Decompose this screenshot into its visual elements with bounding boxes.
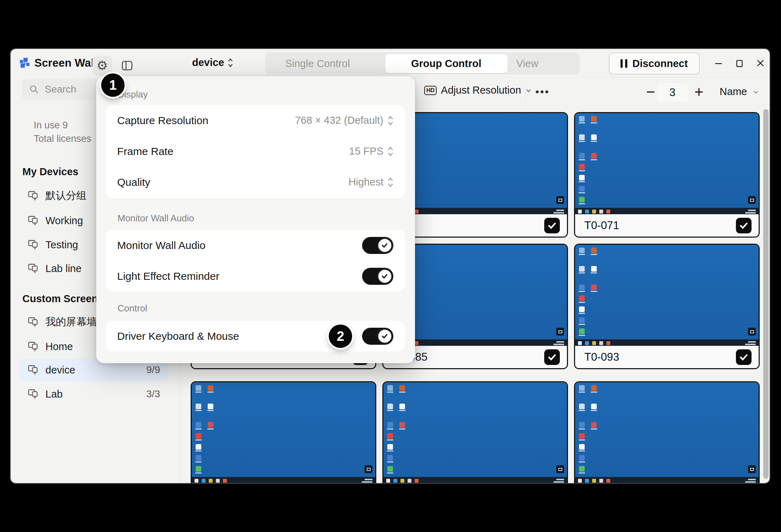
control-section-title: Control — [118, 303, 147, 314]
desktop-icon — [591, 404, 597, 409]
desktop-icon — [579, 175, 585, 181]
device-group-icon — [28, 190, 39, 201]
decrease-columns-button[interactable]: − — [646, 83, 655, 101]
sort-dropdown[interactable]: Name — [720, 86, 759, 98]
desktop-icon — [579, 134, 585, 140]
desktop-icon — [387, 422, 393, 428]
vertical-scrollbar[interactable] — [763, 109, 769, 479]
chevron-down-icon — [525, 87, 532, 94]
desktop-icon — [399, 385, 405, 391]
updown-chevron-icon — [228, 58, 233, 67]
desktop-icon — [196, 466, 201, 472]
frame-rate-row[interactable]: Frame Rate 15 FPS — [106, 136, 405, 167]
desktop-icon — [399, 404, 405, 409]
tile-checkbox[interactable] — [544, 349, 560, 365]
tab-group-control[interactable]: Group Control — [379, 52, 514, 74]
remote-taskbar — [192, 477, 375, 483]
screen-tile[interactable]: T0-071 — [574, 112, 760, 238]
device-count: 9/9 — [146, 364, 160, 376]
tile-checkbox[interactable] — [736, 218, 752, 233]
tray-clock — [553, 479, 564, 483]
light-effect-reminder-toggle[interactable] — [362, 268, 393, 285]
remote-desktop-preview — [575, 113, 759, 215]
sidebar-item-label: Testing — [45, 239, 78, 251]
frame-rate-value: 15 FPS — [349, 145, 383, 157]
desktop-icon — [387, 455, 393, 461]
device-group-icon — [28, 215, 39, 226]
screen-tile[interactable]: T0-093 — [574, 244, 760, 369]
device-group-icon — [28, 388, 39, 400]
remote-taskbar — [383, 477, 567, 483]
driver-keyboard-mouse-label: Driver Keyboard & Mouse — [117, 330, 239, 342]
screen-tile[interactable] — [382, 381, 568, 483]
minimize-button[interactable] — [710, 55, 727, 71]
settings-gear-button[interactable]: ⚙ — [92, 56, 112, 76]
increase-columns-button[interactable]: + — [694, 83, 704, 101]
close-button[interactable] — [752, 55, 769, 71]
desktop-icon — [196, 455, 201, 461]
check-icon — [547, 353, 557, 362]
desktop-icon — [579, 466, 585, 472]
license-total: Total licenses — [34, 132, 91, 145]
desktop-icon — [387, 385, 393, 391]
tile-checkbox[interactable] — [544, 218, 560, 233]
tile-checkbox[interactable] — [736, 349, 752, 365]
tray-clock — [745, 479, 756, 483]
toggle-sidebar-button[interactable] — [117, 56, 137, 76]
quality-value: Highest — [349, 176, 383, 188]
tab-single-control[interactable]: Single Control — [265, 52, 370, 74]
device-group-icon — [28, 263, 39, 274]
control-card: Driver Keyboard & Mouse 2 — [106, 321, 405, 351]
tray-clock — [745, 341, 756, 345]
quality-row[interactable]: Quality Highest — [106, 167, 405, 198]
maximize-button[interactable] — [731, 55, 748, 71]
screen-tile[interactable] — [574, 381, 760, 483]
desktop-icon — [579, 444, 585, 450]
monitor-wall-audio-toggle[interactable] — [362, 237, 393, 254]
sidebar-item-lab[interactable]: Lab 3/3 — [19, 383, 168, 405]
sidebar-item-label: Home — [45, 341, 73, 353]
check-icon — [739, 353, 748, 362]
settings-panel: Display Capture Resolution 768 × 432 (De… — [96, 76, 415, 363]
desktop-icon — [196, 433, 201, 439]
check-icon — [739, 221, 748, 230]
sidebar-item-label: Working — [45, 215, 83, 227]
driver-keyboard-mouse-row: Driver Keyboard & Mouse 2 — [106, 321, 405, 351]
desktop-icon — [579, 164, 585, 170]
driver-keyboard-mouse-toggle[interactable] — [362, 328, 393, 345]
desktop-icon — [591, 153, 597, 159]
device-count: 3/3 — [146, 388, 160, 400]
device-group-selector[interactable]: device — [192, 57, 233, 68]
disconnect-button[interactable]: Disconnect — [609, 52, 700, 74]
quality-label: Quality — [117, 176, 150, 188]
sidebar-item-label: 我的屏幕墙 — [45, 315, 97, 329]
frame-rate-label: Frame Rate — [117, 145, 173, 157]
pause-icon — [621, 59, 627, 68]
device-group-icon — [28, 364, 39, 376]
audio-card: Monitor Wall Audio Light Effect Reminder — [106, 230, 405, 292]
screen-size-icon — [556, 465, 564, 473]
hd-icon: HD — [424, 86, 437, 95]
screen-size-icon — [748, 196, 756, 204]
desktop-icon — [196, 385, 201, 391]
device-group-icon — [28, 316, 39, 328]
desktop-icon — [579, 328, 585, 334]
desktop-icon — [579, 197, 585, 203]
adjust-resolution-dropdown[interactable]: HD Adjust Resolution — [424, 84, 532, 96]
screen-tile[interactable] — [191, 381, 376, 483]
desktop-icon — [579, 455, 585, 461]
app-logo — [20, 57, 31, 69]
adjust-resolution-label: Adjust Resolution — [441, 84, 521, 96]
monitor-wall-audio-row: Monitor Wall Audio — [106, 230, 405, 261]
screen-size-icon — [365, 465, 372, 473]
more-options-button[interactable]: ••• — [535, 86, 550, 98]
toolbar-divider — [525, 86, 526, 100]
desktop-icon — [579, 306, 585, 312]
sidebar-item-label: Lab — [45, 388, 62, 400]
tray-clock — [553, 341, 564, 345]
device-group-icon — [28, 341, 39, 352]
capture-resolution-row[interactable]: Capture Resolution 768 × 432 (Default) — [106, 105, 405, 136]
tile-label: T0-093 — [584, 351, 619, 364]
step-2-badge: 2 — [329, 325, 352, 348]
desktop-icon — [591, 284, 597, 290]
